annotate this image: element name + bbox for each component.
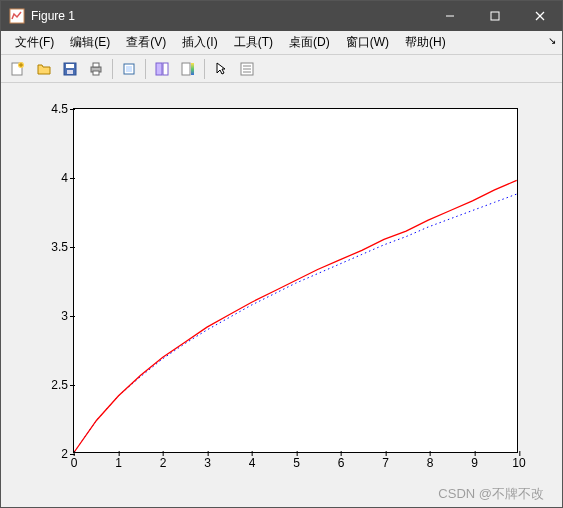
svg-rect-2 [491,12,499,20]
pointer-button[interactable] [209,57,233,81]
y-tick-label: 4.5 [51,102,74,116]
watermark-text: CSDN @不牌不改 [438,485,544,503]
x-tick-label: 5 [293,452,300,470]
y-tick-label: 2.5 [51,378,74,392]
axes[interactable]: 22.533.544.5 012345678910 [73,108,518,453]
app-icon [9,8,25,24]
series-series2 [74,180,516,452]
svg-rect-17 [182,63,190,75]
svg-rect-12 [93,71,99,75]
maximize-button[interactable] [472,1,517,31]
menu-view[interactable]: 查看(V) [118,32,174,53]
y-tick-label: 4 [61,171,74,185]
x-tick-label: 3 [204,452,211,470]
x-tick-label: 0 [71,452,78,470]
menu-window[interactable]: 窗口(W) [338,32,397,53]
titlebar: Figure 1 [1,1,562,31]
menu-tools[interactable]: 工具(T) [226,32,281,53]
x-tick-label: 2 [160,452,167,470]
window-title: Figure 1 [31,9,427,23]
series-series1 [74,194,516,452]
svg-rect-16 [163,63,168,75]
toolbar-separator [145,59,146,79]
minimize-button[interactable] [427,1,472,31]
svg-rect-9 [67,70,73,74]
copy-figure-button[interactable] [117,57,141,81]
open-button[interactable] [32,57,56,81]
insert-colorbar-button[interactable] [176,57,200,81]
save-button[interactable] [58,57,82,81]
menu-file[interactable]: 文件(F) [7,32,62,53]
toolbar-separator [204,59,205,79]
x-tick-label: 10 [512,452,525,470]
x-tick-label: 4 [249,452,256,470]
toolbar-separator [112,59,113,79]
close-button[interactable] [517,1,562,31]
x-tick-label: 6 [338,452,345,470]
menubar: 文件(F) 编辑(E) 查看(V) 插入(I) 工具(T) 桌面(D) 窗口(W… [1,31,562,55]
figure-canvas[interactable]: 22.533.544.5 012345678910 CSDN @不牌不改 [1,83,562,508]
x-tick-label: 1 [115,452,122,470]
plot-lines [74,109,517,452]
print-button[interactable] [84,57,108,81]
toolbar [1,55,562,83]
menubar-overflow-icon[interactable]: ↘ [548,35,556,46]
menu-help[interactable]: 帮助(H) [397,32,454,53]
svg-rect-8 [66,64,74,68]
menu-insert[interactable]: 插入(I) [174,32,225,53]
properties-button[interactable] [235,57,259,81]
svg-rect-18 [191,63,194,75]
x-tick-label: 9 [471,452,478,470]
menu-desktop[interactable]: 桌面(D) [281,32,338,53]
svg-rect-11 [93,63,99,67]
x-tick-label: 8 [427,452,434,470]
svg-rect-15 [156,63,162,75]
y-tick-label: 3 [61,309,74,323]
menu-edit[interactable]: 编辑(E) [62,32,118,53]
new-figure-button[interactable] [6,57,30,81]
link-plot-button[interactable] [150,57,174,81]
x-tick-label: 7 [382,452,389,470]
y-tick-label: 3.5 [51,240,74,254]
svg-rect-14 [126,66,132,72]
